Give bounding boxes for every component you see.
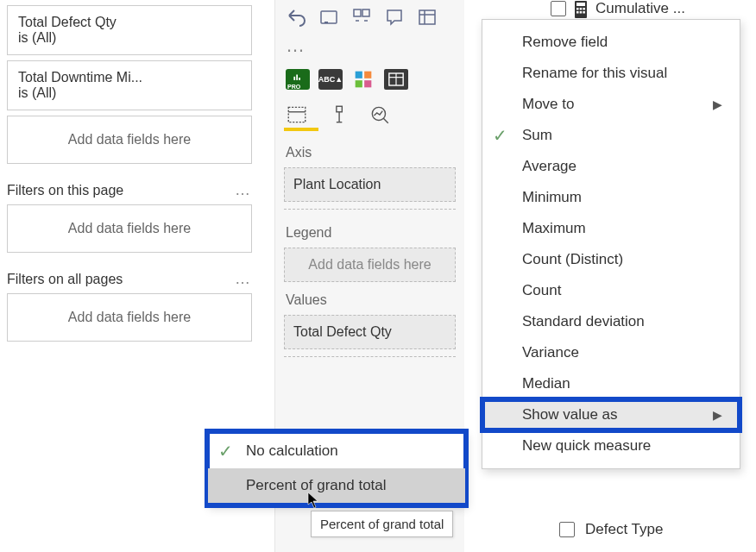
check-icon: ✓ — [218, 441, 233, 461]
values-field-pill[interactable]: Total Defect Qty — [293, 324, 392, 339]
filter-title: Total Defect Qty — [18, 15, 241, 30]
menu-remove-field[interactable]: Remove field — [482, 27, 740, 58]
svg-rect-31 — [576, 11, 579, 14]
card-icon[interactable] — [318, 7, 339, 28]
viz-gallery: PRO ABC▲ — [275, 62, 464, 97]
fields-tab-icon[interactable] — [286, 104, 308, 126]
svg-rect-33 — [583, 11, 585, 14]
divider — [284, 356, 456, 357]
tooltip: Percent of grand total — [311, 511, 453, 537]
values-label: Values — [275, 284, 464, 313]
values-well[interactable]: Total Defect Qty — [284, 315, 456, 349]
menu-label: Median — [522, 375, 570, 392]
menu-sum[interactable]: ✓Sum — [482, 120, 740, 151]
text-viz-icon[interactable]: ABC▲ — [318, 69, 343, 90]
table-icon[interactable] — [417, 7, 438, 28]
calculator-icon — [573, 0, 589, 17]
menu-label: Standard deviation — [522, 313, 645, 330]
menu-count-distinct[interactable]: Count (Distinct) — [482, 244, 740, 275]
svg-rect-30 — [583, 8, 585, 10]
more-icon[interactable]: … — [235, 270, 252, 288]
menu-label: New quick measure — [522, 437, 651, 455]
svg-rect-9 — [293, 77, 295, 80]
svg-rect-28 — [576, 8, 579, 10]
legend-label: Legend — [275, 216, 464, 246]
svg-rect-21 — [337, 106, 343, 112]
checkbox-icon[interactable] — [559, 522, 575, 537]
svg-rect-0 — [321, 11, 337, 23]
menu-show-value-as[interactable]: Show value as▶ — [482, 399, 740, 430]
colored-squares-icon[interactable] — [351, 69, 375, 90]
menu-new-quick-measure[interactable]: New quick measure — [482, 430, 740, 461]
axis-label: Axis — [275, 136, 464, 166]
svg-rect-6 — [419, 10, 435, 24]
add-fields-dropzone[interactable]: Add data fields here — [7, 116, 252, 164]
svg-rect-12 — [356, 72, 362, 78]
fields-item-label: Defect Type — [585, 521, 663, 538]
svg-rect-14 — [356, 80, 362, 87]
viz-toolbar-1 — [275, 3, 464, 31]
comment-icon[interactable] — [384, 7, 405, 28]
svg-rect-32 — [580, 11, 583, 14]
svg-rect-3 — [362, 9, 369, 16]
context-menu: Remove field Rename for this visual Move… — [482, 19, 740, 469]
menu-label: Rename for this visual — [522, 65, 667, 82]
chevron-right-icon: ▶ — [713, 97, 722, 111]
legend-well[interactable]: Add data fields here — [284, 248, 456, 282]
svg-rect-29 — [580, 8, 583, 10]
menu-median[interactable]: Median — [482, 368, 740, 399]
filters-page-label: Filters on this page — [7, 183, 123, 198]
menu-label: Maximum — [522, 220, 586, 237]
format-tab-icon[interactable] — [327, 104, 350, 126]
menu-count[interactable]: Count — [482, 275, 740, 306]
check-icon: ✓ — [493, 125, 507, 146]
more-icon[interactable]: … — [275, 34, 464, 62]
svg-rect-15 — [364, 80, 371, 87]
tab-indicator — [284, 128, 318, 131]
menu-maximum[interactable]: Maximum — [482, 213, 740, 244]
submenu-percent-grand-total[interactable]: Percent of grand total — [208, 468, 465, 503]
custom-viz-pro-icon[interactable]: PRO — [286, 69, 310, 90]
menu-label: Count (Distinct) — [522, 251, 623, 268]
filter-card-downtime[interactable]: Total Downtime Mi... is (All) — [7, 60, 252, 110]
menu-label: Move to — [522, 96, 574, 113]
svg-rect-19 — [288, 107, 306, 122]
show-value-as-submenu: ✓No calculation Percent of grand total — [207, 431, 466, 505]
fields-item-defect-type[interactable]: Defect Type — [559, 521, 663, 538]
fields-item[interactable]: Cumulative ... — [551, 0, 685, 17]
checkbox-icon[interactable] — [551, 1, 566, 16]
more-icon[interactable]: … — [235, 181, 252, 199]
menu-label: Average — [522, 158, 576, 175]
menu-label: Sum — [522, 127, 552, 144]
filter-subtitle: is (All) — [18, 85, 241, 101]
submenu-no-calculation[interactable]: ✓No calculation — [208, 434, 465, 468]
menu-label: Variance — [522, 344, 579, 361]
axis-field-pill[interactable]: Plant Location — [293, 177, 381, 191]
menu-variance[interactable]: Variance — [482, 337, 740, 368]
add-fields-dropzone-page[interactable]: Add data fields here — [7, 204, 252, 253]
right-area: Cumulative ... Remove field Rename for t… — [464, 0, 756, 552]
filters-page-header: Filters on this page … — [7, 181, 252, 199]
svg-rect-2 — [354, 9, 361, 16]
filters-all-label: Filters on all pages — [7, 272, 123, 287]
multi-row-icon[interactable] — [351, 7, 372, 28]
menu-minimum[interactable]: Minimum — [482, 182, 740, 213]
menu-label: Count — [522, 282, 561, 299]
filters-all-header: Filters on all pages … — [7, 270, 252, 288]
axis-well[interactable]: Plant Location — [284, 167, 456, 202]
menu-stddev[interactable]: Standard deviation — [482, 306, 740, 337]
matrix-viz-icon[interactable] — [384, 69, 408, 90]
filter-title: Total Downtime Mi... — [18, 70, 241, 85]
filter-card-defect-qty[interactable]: Total Defect Qty is (All) — [7, 5, 252, 55]
menu-move-to[interactable]: Move to▶ — [482, 89, 740, 120]
svg-rect-10 — [296, 75, 298, 80]
undo-icon[interactable] — [286, 7, 306, 28]
fields-measure-label: Cumulative ... — [595, 0, 685, 17]
menu-average[interactable]: Average — [482, 151, 740, 182]
svg-rect-27 — [576, 3, 585, 6]
svg-rect-11 — [299, 78, 300, 80]
analytics-tab-icon[interactable] — [369, 104, 391, 126]
menu-rename[interactable]: Rename for this visual — [482, 58, 740, 89]
add-fields-dropzone-all[interactable]: Add data fields here — [7, 293, 252, 342]
menu-label: Minimum — [522, 189, 582, 206]
